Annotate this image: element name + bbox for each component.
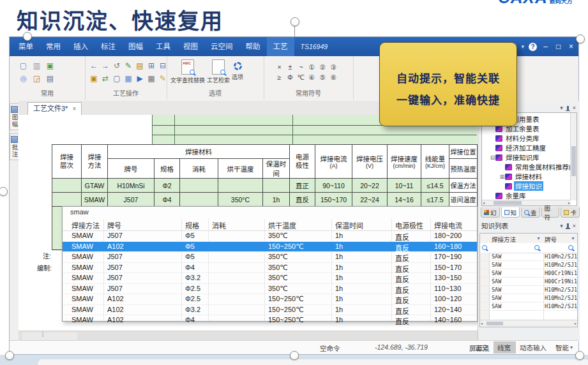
selection-handle[interactable] xyxy=(576,34,585,43)
copy-icon[interactable]: ▥ xyxy=(32,61,41,70)
dropdown-row[interactable]: SMAWA102 Φ4 150~250℃1h 直反140~160 xyxy=(63,315,477,326)
dropdown-row[interactable]: SMAWJ507 Φ2.5 350℃1h 直反110~130 xyxy=(63,284,477,295)
panel-tab-card[interactable]: 卡 xyxy=(561,207,580,218)
display-icon[interactable]: ▤ xyxy=(45,73,55,83)
close-icon[interactable]: × xyxy=(567,42,575,51)
play-icon[interactable]: ▶ xyxy=(136,73,144,83)
refresh-image-icon[interactable]: ▣ xyxy=(45,61,55,70)
symbol-button[interactable]: ⑤ xyxy=(317,72,328,82)
knowledge-grid[interactable]: 焊接方法 ▼ 牌号 ▼ SAW H10Mn2/SJ101 SAW H10Mn2/… xyxy=(479,233,578,327)
process-search-button[interactable]: 工艺检索 xyxy=(207,59,230,84)
side-tab[interactable]: 批注 xyxy=(10,133,19,160)
restore-icon[interactable]: □ xyxy=(554,42,562,51)
panel-tab-search[interactable]: 查 xyxy=(521,207,540,218)
tree-item[interactable]: 焊接知识 xyxy=(482,181,571,191)
dropdown-row[interactable]: SMAWJ507 Φ5 350℃1h 直反180~200 xyxy=(63,231,477,242)
selection-handle[interactable] xyxy=(23,32,32,41)
expand-icon[interactable]: ⊞ xyxy=(499,174,505,180)
tree-item[interactable]: ⊟ 焊接知识库 xyxy=(482,153,571,162)
help-icon[interactable]: ? xyxy=(529,43,537,51)
filter-arrow-icon[interactable]: ▼ xyxy=(571,236,575,241)
expand-icon[interactable]: ⊟ xyxy=(490,154,495,161)
grid-table-icon[interactable]: ▦ xyxy=(147,73,155,83)
menu-item[interactable]: 插入 xyxy=(67,37,94,56)
layout-icon[interactable]: ▦ xyxy=(124,73,132,83)
pan-icon[interactable]: ◲ xyxy=(32,73,41,83)
knowledge-row[interactable]: SAW H10Mn2/SJ101 xyxy=(480,302,577,311)
tree-item[interactable]: 经济加工精度 xyxy=(482,143,571,153)
menu-item[interactable]: 视图 xyxy=(177,37,204,56)
rotation-handle[interactable] xyxy=(290,17,299,26)
dropdown-row[interactable]: SMAWJ507 Φ5 350℃1h 直反170~190 xyxy=(63,252,477,263)
forward-icon[interactable]: → xyxy=(102,61,109,70)
dropdown-row[interactable]: SMAWA102 Φ5 150~250℃1h 直反160~180 xyxy=(63,242,477,253)
symbol-button[interactable]: × xyxy=(274,62,285,72)
autocomplete-dropdown[interactable]: smaw 焊接方法 牌号 规格 消耗 烘干温度 保温时间 电源极性 焊接电流 S… xyxy=(62,206,478,322)
menu-item[interactable]: 常用 xyxy=(40,37,67,56)
pin-icon[interactable] xyxy=(567,106,569,110)
tab-close-icon[interactable]: × xyxy=(72,105,76,112)
dropdown-row[interactable]: SMAWJ507 Φ4 350℃1h 直反150~170 xyxy=(63,263,477,274)
symbol-button[interactable]: ≥ xyxy=(274,72,285,82)
symbol-button[interactable]: ④ xyxy=(306,72,317,82)
symbol-button[interactable]: ① xyxy=(306,62,317,72)
symbol-button[interactable]: Φ xyxy=(285,72,296,82)
menu-item[interactable]: 图幅 xyxy=(122,37,149,56)
knowledge-row[interactable]: SAW H10Mn2/SJ101 xyxy=(480,253,577,261)
tree-item[interactable]: 常用金属材料推荐的 xyxy=(482,162,571,172)
minimize-icon[interactable]: – xyxy=(541,42,550,51)
dropdown-row[interactable]: SMAWA102 Φ3.2 150~250℃1h 直反120~140 xyxy=(63,305,477,316)
symbol-button[interactable]: ~ xyxy=(296,62,306,72)
tree-item[interactable]: 材料分类库 xyxy=(482,133,571,143)
knowledge-row[interactable]: SAW H10Mn2/SJ101 xyxy=(480,261,577,269)
grid-filter-row[interactable] xyxy=(480,243,577,253)
symbol-button[interactable]: ℃ xyxy=(296,72,306,82)
dropdown-row[interactable]: SMAWA102 Φ2.5 150~250℃1h 直反100~120 xyxy=(63,294,477,305)
panel-tab-symbols[interactable]: 图符 xyxy=(541,207,560,218)
panel-tab-knowledge[interactable]: 知 xyxy=(501,207,520,218)
panel-tab-tree[interactable]: 幻 xyxy=(481,207,500,218)
next-sheet-icon[interactable]: ⊟ xyxy=(159,61,167,70)
knowledge-row[interactable]: SAW H10Mn2/SJ101 xyxy=(480,294,577,302)
symbol-button[interactable]: ② xyxy=(317,62,328,72)
symbol-button[interactable]: ③ xyxy=(328,62,339,72)
tree-horizontal-scrollbar[interactable]: ◂ ▸ xyxy=(482,200,571,205)
edit-cell-icon[interactable]: ✎ xyxy=(124,61,132,70)
knowledge-row[interactable]: SAW H10Mn2/SJ101 xyxy=(480,286,577,294)
scrollbar-grip-icon[interactable]: ⁞⁞ xyxy=(41,332,43,338)
pin-icon[interactable] xyxy=(567,223,569,228)
brush-icon[interactable]: ✎ xyxy=(159,73,167,83)
status-toggle[interactable]: 动态输入 xyxy=(516,341,552,354)
find-replace-button[interactable]: ABC 文字查找替换 xyxy=(170,59,205,84)
sync-icon[interactable]: ⇄ xyxy=(102,73,109,83)
selection-handle[interactable] xyxy=(5,351,14,360)
status-toggle[interactable]: 正交 xyxy=(471,341,494,354)
filter-arrow-icon[interactable]: ▼ xyxy=(536,236,541,241)
table-edit-icon[interactable]: ▤ xyxy=(136,61,144,70)
chevron-down-icon[interactable]: ▾ xyxy=(560,105,563,111)
history-icon[interactable]: ↺ xyxy=(113,61,121,70)
menu-item[interactable]: 工具 xyxy=(149,37,177,56)
side-tab[interactable]: 图幅 xyxy=(10,103,19,130)
close-icon[interactable]: × xyxy=(573,105,576,111)
symbol-button[interactable]: ⑥ xyxy=(328,72,339,82)
tree-item[interactable]: 余量库 xyxy=(482,191,571,200)
zoom-icon[interactable]: ◎ xyxy=(19,73,28,83)
options-button[interactable]: 选项 xyxy=(232,59,243,84)
back-icon[interactable]: ← xyxy=(90,61,98,70)
document-tab[interactable]: 工艺文件3*× xyxy=(27,102,82,115)
import-icon[interactable]: ▣ xyxy=(90,73,98,83)
selection-handle[interactable] xyxy=(290,351,299,360)
menu-item[interactable]: 工艺 xyxy=(267,37,294,56)
selection-handle[interactable] xyxy=(575,351,584,360)
menu-item[interactable]: 标注 xyxy=(94,37,122,56)
knowledge-row[interactable]: SAW H00Cr19Ni12M... xyxy=(480,278,577,286)
menu-item[interactable]: 云空间 xyxy=(204,37,239,56)
document-canvas[interactable]: 焊接层次 焊接方法 焊接材料 电源极性 焊接电流(A) 焊接电压(V) 焊接速度… xyxy=(19,115,478,331)
tree-vertical-scrollbar[interactable] xyxy=(570,113,577,200)
symbol-button[interactable]: ± xyxy=(285,62,296,72)
dropdown-row[interactable]: SMAWJ507 Φ3.2 350℃1h 直反130~150 xyxy=(63,273,477,284)
new-doc-icon[interactable]: ▢ xyxy=(19,61,28,70)
grid-horizontal-scrollbar[interactable]: ◂ ▸ xyxy=(480,320,577,327)
status-toggle[interactable]: 线宽 xyxy=(494,341,516,354)
